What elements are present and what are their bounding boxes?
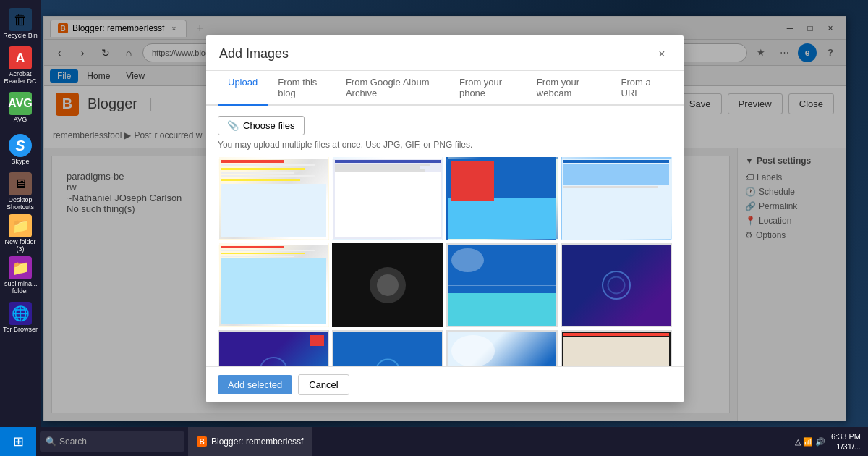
taskbar-search[interactable]: 🔍 Search	[40, 431, 184, 452]
tab-from-phone[interactable]: From your phone	[449, 71, 527, 106]
tab-from-this-blog[interactable]: From this blog	[268, 71, 336, 106]
sidebar-icon-new-folder[interactable]: 📁 New folder(3)	[3, 214, 38, 254]
start-button[interactable]: ⊞	[0, 427, 36, 456]
sidebar-icon-recycle-bin[interactable]: 🗑 Recycle Bin	[3, 4, 38, 44]
browser-window: B Blogger: rememberlessf × + ─ □ × ‹ › ↻…	[43, 16, 846, 421]
sidebar-icon-tor-browser[interactable]: 🌐 Tor Browser	[3, 297, 38, 338]
cancel-button[interactable]: Cancel	[298, 374, 349, 395]
taskbar-blogger-label: Blogger: rememberlessf	[211, 436, 303, 447]
modal-header: Add Images ×	[206, 35, 684, 71]
image-thumb-12[interactable]	[561, 330, 672, 366]
taskbar: ⊞ 🔍 Search B Blogger: rememberlessf △ 📶 …	[0, 427, 868, 456]
image-thumb-4[interactable]	[561, 157, 672, 241]
tab-from-google-album[interactable]: From Google Album Archive	[336, 71, 449, 106]
image-thumb-2[interactable]	[332, 157, 443, 241]
image-thumb-1[interactable]	[218, 157, 329, 241]
sidebar-icon-avg[interactable]: AVG AVG	[3, 88, 38, 128]
search-icon: 🔍	[46, 436, 56, 447]
image-thumb-10[interactable]	[332, 330, 443, 366]
clock: 6:33 PM 1/31/...	[831, 431, 861, 452]
modal-body: 📎 Choose files You may upload multiple f…	[206, 106, 684, 366]
choose-files-icon: 📎	[227, 120, 239, 131]
tab-upload[interactable]: Upload	[218, 71, 268, 106]
sidebar-icon-skype[interactable]: S Skype	[3, 130, 38, 170]
sidebar-icon-desktop-shortcuts[interactable]: 🖥 DesktopShortcuts	[3, 172, 38, 212]
upload-area: 📎 Choose files You may upload multiple f…	[218, 116, 672, 150]
taskbar-blogger[interactable]: B Blogger: rememberlessf	[188, 427, 312, 456]
image-thumb-6[interactable]	[332, 243, 443, 327]
sidebar: 🗑 Recycle Bin A AcrobatReader DC AVG AVG…	[0, 0, 41, 427]
sidebar-icon-acrobat[interactable]: A AcrobatReader DC	[3, 46, 38, 86]
upload-hint-text: You may upload multiple files at once. U…	[218, 140, 672, 150]
image-thumb-3[interactable]	[446, 157, 558, 241]
modal-overlay: Add Images × Upload From this blog From …	[44, 17, 846, 421]
sidebar-icon-sublimina[interactable]: 📁 'sublimina...folder	[3, 256, 38, 296]
image-grid	[218, 157, 672, 366]
modal-tabs: Upload From this blog From Google Album …	[206, 71, 684, 106]
image-thumb-7[interactable]	[446, 243, 558, 327]
add-images-modal: Add Images × Upload From this blog From …	[206, 35, 684, 402]
tab-from-url[interactable]: From a URL	[611, 71, 672, 106]
modal-footer: Add selected Cancel	[206, 366, 684, 402]
modal-close-button[interactable]: ×	[653, 46, 671, 63]
add-selected-button[interactable]: Add selected	[218, 375, 292, 394]
image-thumb-9[interactable]	[218, 330, 329, 366]
taskbar-items: B Blogger: rememberlessf	[188, 427, 788, 456]
desktop: 🗑 Recycle Bin A AcrobatReader DC AVG AVG…	[0, 0, 868, 456]
tray-icons: △ 📶 🔊	[795, 437, 825, 447]
image-thumb-8[interactable]	[561, 243, 672, 327]
image-thumb-5[interactable]	[218, 243, 329, 327]
tab-from-webcam[interactable]: From your webcam	[527, 71, 611, 106]
taskbar-tray: △ 📶 🔊 6:33 PM 1/31/...	[788, 431, 868, 452]
modal-title: Add Images	[219, 46, 289, 62]
taskbar-blogger-icon: B	[197, 436, 207, 447]
choose-files-button[interactable]: 📎 Choose files	[218, 116, 305, 135]
image-thumb-11[interactable]	[446, 330, 558, 366]
